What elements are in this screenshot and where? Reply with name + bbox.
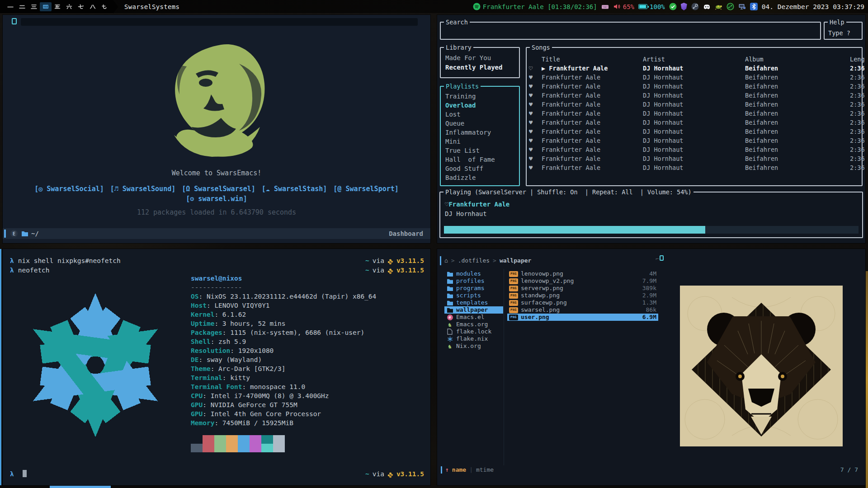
file-row-lenovowp.png[interactable]: PNGlenovowp.png4M [507, 270, 658, 277]
breadcrumb-accent-bar [440, 256, 441, 265]
workspace-三[interactable] [28, 2, 40, 11]
dashboard-link-swarselsound[interactable]: [♬ SwarselSound] [110, 185, 176, 193]
breadcrumb-segment[interactable]: .dotfiles [458, 257, 490, 264]
file-row-modules[interactable]: modules [444, 270, 503, 277]
file-row-swarsel.png[interactable]: PNGswarsel.png86k [507, 306, 658, 314]
song-row[interactable]: ♥Frankfurter AaleDJ HornhautBeifahren2:3… [527, 91, 862, 100]
playlist-item[interactable]: Overload [445, 101, 519, 110]
palette-block [226, 444, 238, 452]
file-row-Emacs.org[interactable]: ♞Emacs.org [444, 321, 503, 328]
home-icon[interactable]: ⌂ [444, 257, 448, 264]
file-row-flake.lock[interactable]: flake.lock [444, 328, 503, 335]
now-playing-widget[interactable]: Frankfurter Aale [01:38/02:36] [473, 3, 597, 10]
song-row[interactable]: ♥Frankfurter AaleDJ HornhautBeifahren2:3… [527, 118, 862, 127]
bluetooth-icon[interactable] [750, 3, 758, 10]
sort-order-icon[interactable]: ↑ [445, 466, 449, 474]
song-row[interactable]: ♥Frankfurter AaleDJ HornhautBeifahren2:3… [527, 109, 862, 118]
steam-icon[interactable] [691, 3, 699, 10]
song-row[interactable]: ♥Frankfurter AaleDJ HornhautBeifahren2:3… [527, 73, 862, 82]
neofetch-info-line: GPU: Intel 4th Gen Core Processor [191, 409, 376, 418]
song-row[interactable]: ♥Frankfurter AaleDJ HornhautBeifahren2:3… [527, 136, 862, 145]
keyboard-icon[interactable] [601, 3, 609, 10]
file-row-wallpaper[interactable]: wallpaper [444, 306, 503, 314]
library-item[interactable]: Made For You [445, 53, 519, 63]
discord-icon[interactable] [703, 3, 711, 10]
file-row-standwp.png[interactable]: PNGstandwp.png2.9M [507, 292, 658, 299]
song-row[interactable]: ♥Frankfurter AaleDJ HornhautBeifahren2:3… [527, 100, 862, 109]
library-item[interactable]: Recently Played [445, 63, 519, 72]
song-row[interactable]: ♡▶ Frankfurter AaleDJ HornhautBeifahren2… [527, 64, 862, 73]
terminal-window[interactable]: λnix shell nixpkgs#neofetch ~viav3.11.5 … [3, 249, 430, 485]
display-network-icon[interactable] [738, 3, 746, 10]
file-row-flake.nix[interactable]: flake.nix [444, 335, 503, 343]
file-row-profiles[interactable]: profiles [444, 277, 503, 285]
battery-widget[interactable]: 100% [638, 3, 665, 10]
songs-label: Songs [530, 44, 552, 51]
workspace-二[interactable] [16, 2, 28, 11]
volume-widget[interactable]: 65% [613, 3, 634, 10]
playlist-item[interactable]: Badizzle [445, 173, 519, 182]
emacs-tab-bar[interactable] [21, 18, 418, 26]
song-row[interactable]: ♥Frankfurter AaleDJ HornhautBeifahren2:3… [527, 127, 862, 136]
search-box[interactable]: Search [440, 22, 821, 40]
dashboard-link-swarselsport[interactable]: [@ SwarselSport] [333, 185, 399, 193]
file-row-user.png[interactable]: PNGuser.png6.9M [507, 314, 658, 321]
file-row-programs[interactable]: programs [444, 285, 503, 292]
dashboard-link-swarselstash[interactable]: [☁ SwarselStash] [262, 185, 327, 193]
breadcrumb-segment-current[interactable]: wallpaper [500, 257, 531, 264]
workspace-五[interactable] [52, 2, 63, 11]
workspace-九[interactable] [99, 2, 110, 11]
playlist-item[interactable]: Queue [445, 119, 519, 128]
playlist-item[interactable]: Inflammatory [445, 128, 519, 137]
workspace-六[interactable] [63, 2, 75, 11]
file-row-lenovowp_v2.png[interactable]: PNGlenovowp_v2.png7.9M [507, 277, 658, 285]
parent-directory-list: modulesprofilesprogramsscriptstemplatesw… [444, 270, 503, 350]
workspace-四[interactable] [40, 2, 52, 11]
playlist-item[interactable]: Good Stuff [445, 164, 519, 173]
palette-block [273, 444, 285, 452]
file-row-templates[interactable]: templates [444, 299, 503, 306]
dashboard-link-swarselswarsel[interactable]: [Ω SwarselSwarsel] [182, 185, 255, 193]
file-row-scripts[interactable]: scripts [444, 292, 503, 299]
neofetch-separator: ------------- [191, 283, 376, 292]
progress-bar[interactable] [444, 226, 859, 234]
emacs-window[interactable]: Welcome to SwarsEmacs! [◎ SwarselSocial]… [3, 15, 430, 243]
file-row-serverwp.png[interactable]: PNGserverwp.png389k [507, 285, 658, 292]
music-player-window[interactable]: Search Help Type ? Library Made For YouR… [437, 15, 865, 243]
workspace-一[interactable] [5, 2, 16, 11]
sort-secondary[interactable]: mtime [476, 466, 494, 474]
playlist-item[interactable]: True List [445, 146, 519, 155]
playlist-item[interactable]: Lost [445, 110, 519, 119]
workspace-七[interactable] [75, 2, 87, 11]
file-manager-window[interactable]: ⌂ > .dotfiles > wallpaper ⌐ modulesprofi… [437, 249, 865, 485]
neofetch-info-line: Resolution: 868x488 [191, 346, 376, 355]
neofetch-info: swarsel@nixos ------------- OS: NixOS 23… [191, 274, 376, 427]
neofetch-host: swarsel@nixos [191, 274, 376, 283]
workspace-八[interactable] [87, 2, 99, 11]
turtle-icon[interactable] [715, 3, 722, 10]
playlist-item[interactable]: Hall of Fame [445, 155, 519, 164]
song-row[interactable]: ♥Frankfurter AaleDJ HornhautBeifahren2:3… [527, 145, 862, 154]
checkmark-icon[interactable] [669, 3, 677, 10]
playlist-item[interactable]: Mini [445, 137, 519, 146]
help-hint: Type ? [828, 29, 850, 37]
file-row-Nix.org[interactable]: ♞Nix.org [444, 343, 503, 350]
palette-block [261, 444, 273, 452]
dashboard-link-swarselsocial[interactable]: [◎ SwarselSocial] [34, 185, 104, 193]
syncthing-icon[interactable] [726, 3, 734, 10]
palette-block [214, 444, 226, 452]
site-link[interactable]: [⚙ swarsel.win] [3, 195, 430, 203]
sort-primary[interactable]: name [452, 466, 466, 474]
song-row[interactable]: ♥Frankfurter AaleDJ HornhautBeifahren2:3… [527, 154, 862, 163]
file-row-surfacewp.png[interactable]: PNGsurfacewp.png1.3M [507, 299, 658, 306]
pane-indicator: ⌐ [656, 255, 664, 263]
neofetch-info-line: Uptime: 3 hours, 52 mins [191, 319, 376, 328]
song-row[interactable]: ♥Frankfurter AaleDJ HornhautBeifahren2:3… [527, 82, 862, 91]
file-row-Emacs.el[interactable]: eEmacs.el [444, 314, 503, 321]
progress-fill [444, 226, 705, 234]
playlist-item[interactable]: Training [445, 92, 519, 101]
shield-icon[interactable] [681, 3, 687, 10]
workspace-switcher[interactable] [0, 0, 113, 13]
song-row[interactable]: ♥Frankfurter AaleDJ HornhautBeifahren2:3… [527, 163, 862, 172]
breadcrumb[interactable]: ⌂ > .dotfiles > wallpaper [440, 256, 531, 265]
